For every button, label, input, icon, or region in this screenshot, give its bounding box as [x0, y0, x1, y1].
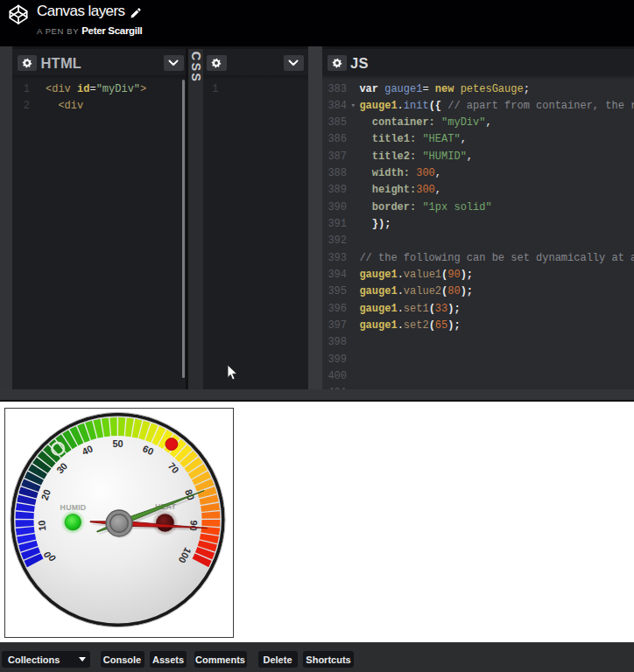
svg-text:50: 50 [112, 438, 123, 449]
svg-text:10: 10 [36, 520, 47, 531]
